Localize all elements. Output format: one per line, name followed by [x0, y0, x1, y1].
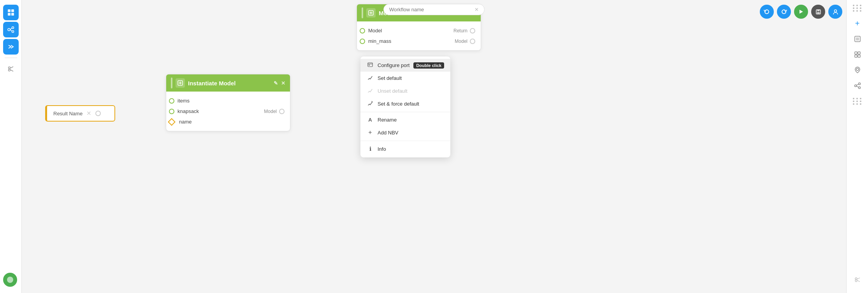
edit-icon[interactable]: ✎ — [274, 80, 278, 86]
ctx-add-nbv[interactable]: + Add NBV — [360, 126, 450, 139]
port-right-return: Return — [453, 28, 475, 34]
result-node-close-icon[interactable]: ✕ — [86, 110, 91, 117]
svg-point-31 — [858, 83, 860, 85]
port-right-model-label: Model — [264, 109, 277, 114]
svg-line-34 — [856, 84, 858, 85]
ctx-rename[interactable]: A Rename — [360, 114, 450, 126]
sidebar-divider — [5, 58, 17, 58]
svg-rect-20 — [368, 63, 373, 67]
header-icon — [176, 78, 185, 88]
right-scissors-button[interactable] — [850, 273, 864, 287]
instantiate-model-body: items knapsack Model name — [166, 92, 290, 131]
grid-view-button[interactable] — [3, 5, 19, 20]
svg-point-5 — [12, 27, 14, 29]
svg-rect-22 — [369, 65, 370, 65]
svg-rect-2 — [8, 13, 11, 16]
svg-line-35 — [856, 86, 858, 87]
ctx-set-force-label: Set & force default — [378, 101, 419, 107]
right-location-button[interactable] — [850, 63, 864, 77]
ctx-configure-port[interactable]: Configure port Double click — [360, 59, 450, 72]
right-expand-button[interactable] — [850, 32, 864, 46]
svg-line-7 — [10, 28, 12, 30]
ctx-info-icon: ℹ — [367, 146, 374, 152]
svg-rect-29 — [858, 55, 860, 57]
user-button[interactable] — [828, 5, 842, 19]
port-circle-items[interactable] — [169, 98, 174, 104]
svg-point-37 — [855, 280, 857, 282]
svg-point-4 — [8, 28, 10, 31]
right-grid-button[interactable] — [850, 94, 864, 108]
ctx-add-nbv-label: Add NBV — [378, 130, 398, 136]
instantiate-model-header: Instantiate Model ✎ ✕ — [166, 74, 290, 92]
port-label-name: name — [179, 119, 192, 125]
svg-point-36 — [855, 278, 857, 280]
svg-rect-15 — [817, 10, 819, 11]
context-menu: Configure port Double click Set default … — [360, 56, 450, 157]
port-name[interactable]: name — [166, 116, 290, 127]
port-circle-min-mass[interactable] — [360, 39, 365, 44]
ctx-info[interactable]: ℹ Info — [360, 143, 450, 155]
port-min-mass[interactable]: min_mass Model — [357, 36, 481, 46]
right-add-button[interactable]: + — [850, 16, 864, 30]
right-fit-button[interactable] — [850, 48, 864, 62]
header-accent-bar-2 — [362, 7, 363, 18]
ctx-unset-default-icon — [367, 88, 374, 94]
save-button[interactable] — [811, 5, 825, 19]
ctx-info-label: Info — [378, 146, 386, 152]
forward-button[interactable] — [3, 39, 19, 55]
undo-button[interactable] — [760, 5, 774, 19]
port-model-left[interactable]: Model Return — [357, 25, 481, 36]
port-items[interactable]: items — [166, 95, 290, 106]
port-right-model-2: Model — [455, 39, 475, 44]
model-method-body: Model Return min_mass Model — [357, 21, 481, 50]
svg-line-38 — [857, 278, 860, 279]
canvas: ✕ Result Name ✕ Instantiate Mod — [22, 0, 846, 293]
svg-line-8 — [10, 30, 12, 31]
port-right-return-label: Return — [453, 28, 467, 34]
svg-point-17 — [834, 10, 836, 12]
svg-line-39 — [857, 281, 860, 282]
port-circle-knapsack[interactable] — [169, 109, 174, 114]
svg-marker-13 — [799, 10, 803, 14]
header-actions: ✎ ✕ — [274, 80, 285, 86]
port-label-min-mass: min_mass — [368, 38, 391, 44]
ctx-configure-icon — [367, 62, 374, 69]
port-circle-right-return[interactable] — [470, 28, 475, 34]
svg-rect-27 — [858, 52, 860, 54]
workflow-button[interactable] — [3, 22, 19, 37]
port-label-knapsack: knapsack — [177, 108, 199, 114]
redo-button[interactable] — [777, 5, 791, 19]
port-circle-right-model-2[interactable] — [470, 39, 475, 44]
port-circle-model[interactable] — [360, 28, 365, 34]
ctx-unset-default[interactable]: Unset default — [360, 85, 450, 97]
scissors-button[interactable] — [3, 61, 19, 77]
result-node-port[interactable] — [95, 111, 101, 116]
ctx-add-nbv-icon: + — [367, 129, 374, 136]
port-circle-right-model[interactable] — [279, 109, 285, 114]
svg-point-10 — [8, 69, 10, 71]
instantiate-model-title: Instantiate Model — [188, 80, 236, 86]
ctx-rename-icon: A — [367, 117, 374, 123]
port-right-model-label-2: Model — [455, 39, 467, 44]
result-name-node[interactable]: Result Name ✕ — [45, 105, 115, 122]
svg-rect-0 — [8, 9, 11, 12]
right-share-button[interactable] — [850, 79, 864, 93]
svg-rect-16 — [817, 12, 820, 14]
port-diamond-name[interactable] — [168, 118, 176, 126]
ctx-configure-label: Configure port — [378, 62, 409, 68]
ctx-set-force-default[interactable]: Set & force default — [360, 97, 450, 110]
port-knapsack[interactable]: knapsack Model — [166, 106, 290, 116]
run-button[interactable] — [794, 5, 808, 19]
workflow-name-input[interactable] — [389, 7, 471, 12]
search-clear-icon[interactable]: ✕ — [474, 7, 479, 12]
port-right-model: Model — [264, 109, 285, 114]
ctx-configure-badge: Double click — [413, 62, 444, 69]
port-label-model: Model — [368, 28, 382, 34]
ctx-set-default[interactable]: Set default — [360, 72, 450, 85]
port-label-items: items — [177, 98, 190, 104]
workflow-search[interactable]: ✕ — [383, 4, 485, 15]
svg-line-12 — [10, 70, 13, 71]
close-icon[interactable]: ✕ — [281, 80, 285, 86]
grid-dots-icon[interactable] — [853, 5, 862, 12]
status-button[interactable] — [3, 273, 17, 287]
